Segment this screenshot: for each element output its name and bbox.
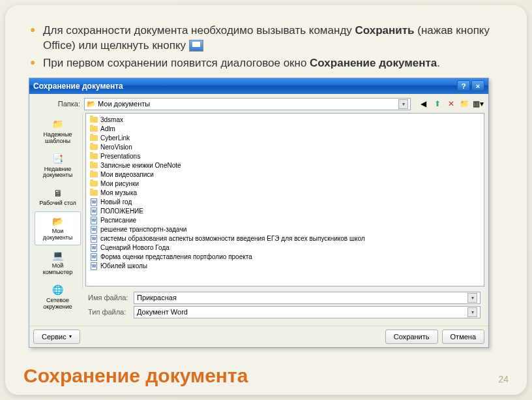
bullet-item-2: При первом сохранении появится диалогово… [29, 56, 503, 71]
place-label: Мои документы [37, 228, 79, 241]
file-item[interactable]: Presentations [88, 152, 482, 161]
file-item[interactable]: Новый год [88, 198, 482, 207]
file-name: ПОЛОЖЕНИЕ [100, 208, 143, 215]
save-button[interactable]: Сохранить [385, 330, 438, 344]
file-name: решение транспортн-задачи [100, 226, 186, 233]
chevron-down-icon[interactable]: ▾ [467, 307, 477, 317]
file-name: Расписание [100, 217, 136, 224]
file-name: Presentations [100, 153, 140, 160]
folder-combo[interactable]: 📂 Мои документы ▾ [84, 98, 411, 110]
file-item[interactable]: Мои видеозаписи [88, 170, 482, 179]
document-icon [91, 253, 97, 261]
chevron-down-icon[interactable]: ▾ [467, 293, 477, 303]
file-name: CyberLink [100, 134, 130, 142]
place-icon: 📂 [52, 215, 65, 227]
file-name: Сценарий Нового Года [100, 244, 170, 251]
folder-icon [90, 126, 98, 132]
place-item[interactable]: 💻Мой компьютер [35, 246, 81, 280]
place-label: Надежные шаблоны [37, 132, 79, 145]
file-name: Юбилей школы [100, 262, 147, 269]
save-icon [189, 40, 203, 52]
folder-icon [90, 144, 98, 150]
place-item[interactable]: 📁Надежные шаблоны [35, 115, 81, 149]
folder-icon [90, 172, 98, 177]
filename-input[interactable]: Прикрасная ▾ [134, 292, 480, 304]
slide-title: Сохранение документа [23, 365, 248, 387]
help-button[interactable]: ? [457, 80, 470, 91]
folder-icon [90, 190, 98, 196]
file-item[interactable]: Расписание [88, 216, 482, 225]
place-icon: 📁 [52, 119, 65, 131]
file-item[interactable]: решение транспортн-задачи [88, 225, 482, 234]
file-name: Мои рисунки [100, 180, 139, 187]
file-item[interactable]: ПОЛОЖЕНИЕ [88, 207, 482, 216]
cancel-button[interactable]: Отмена [442, 330, 484, 344]
delete-button[interactable]: ✕ [445, 98, 457, 110]
file-item[interactable]: системы образования аспекты возможности … [88, 234, 482, 243]
document-icon [91, 198, 97, 206]
file-item[interactable]: Сценарий Нового Года [88, 243, 482, 253]
file-item[interactable]: Форма оценки представления портфолио про… [88, 253, 482, 262]
file-item[interactable]: Моя музыка [88, 189, 482, 198]
place-label: Сетевое окружение [37, 298, 79, 311]
place-label: Мой компьютер [37, 263, 79, 276]
back-button[interactable]: ◀ [417, 98, 430, 110]
file-name: Мои видеозаписи [100, 171, 154, 178]
chevron-down-icon[interactable]: ▾ [398, 99, 408, 109]
folder-value: Мои документы [98, 100, 396, 108]
dialog-title: Сохранение документа [33, 82, 456, 91]
folder-icon [90, 153, 98, 159]
file-item[interactable]: Adlm [88, 125, 482, 134]
page-number: 24 [498, 374, 509, 384]
file-item[interactable]: CyberLink [88, 134, 482, 143]
bullet-list: Для сохранности документа необходимо выз… [29, 23, 503, 71]
filetype-combo[interactable]: Документ Word ▾ [134, 306, 480, 318]
document-icon [91, 244, 97, 252]
file-name: Adlm [100, 125, 115, 132]
file-name: системы образования аспекты возможности … [100, 235, 365, 242]
file-item[interactable]: Юбилей школы [88, 262, 482, 271]
folder-icon [90, 162, 98, 168]
place-label: Рабочий стол [39, 200, 76, 207]
place-label: Недавние документы [37, 166, 79, 179]
file-item[interactable]: Записные книжки OneNote [88, 161, 482, 170]
up-button[interactable]: ⬆ [431, 98, 443, 110]
file-name: Форма оценки представления портфолио про… [100, 253, 252, 260]
file-name: Записные книжки OneNote [100, 162, 181, 169]
save-as-dialog: Сохранение документа ? × Папка: 📂 Мои до… [29, 78, 489, 348]
place-item[interactable]: 🌐Сетевое окружение [35, 281, 81, 315]
folder-label: Папка: [33, 100, 80, 108]
bullet-item-1: Для сохранности документа необходимо выз… [29, 23, 503, 54]
chevron-down-icon: ▾ [69, 333, 72, 339]
file-item[interactable]: 3dsmax [88, 115, 482, 125]
document-icon [91, 226, 97, 234]
views-button[interactable]: ▦▾ [472, 98, 484, 110]
new-folder-button[interactable]: 📁 [458, 98, 471, 110]
folder-icon [90, 181, 98, 187]
place-icon: 📑 [52, 153, 65, 165]
folder-icon: 📂 [87, 100, 96, 108]
filetype-label: Тип файла: [88, 308, 130, 316]
file-name: Новый год [100, 198, 132, 206]
place-icon: 🌐 [52, 285, 65, 296]
place-icon: 🖥 [52, 187, 65, 199]
file-list[interactable]: 3dsmaxAdlmCyberLinkNeroVisionPresentatio… [85, 113, 484, 286]
document-icon [91, 217, 97, 224]
titlebar[interactable]: Сохранение документа ? × [29, 78, 488, 94]
file-name: 3dsmax [100, 116, 123, 123]
document-icon [91, 235, 97, 243]
place-item[interactable]: 📂Мои документы [35, 211, 81, 245]
document-icon [91, 262, 97, 270]
place-item[interactable]: 📑Недавние документы [35, 149, 81, 183]
filename-label: Имя файла: [88, 294, 130, 301]
places-bar: 📁Надежные шаблоны📑Недавние документы🖥Раб… [33, 113, 83, 289]
file-item[interactable]: NeroVision [88, 143, 482, 152]
place-item[interactable]: 🖥Рабочий стол [35, 183, 81, 211]
document-icon [91, 208, 97, 215]
place-icon: 💻 [52, 250, 65, 262]
file-item[interactable]: Мои рисунки [88, 179, 482, 189]
file-name: Моя музыка [100, 189, 137, 196]
service-button[interactable]: Сервис▾ [33, 330, 80, 344]
folder-icon [90, 117, 98, 123]
close-button[interactable]: × [471, 80, 484, 91]
